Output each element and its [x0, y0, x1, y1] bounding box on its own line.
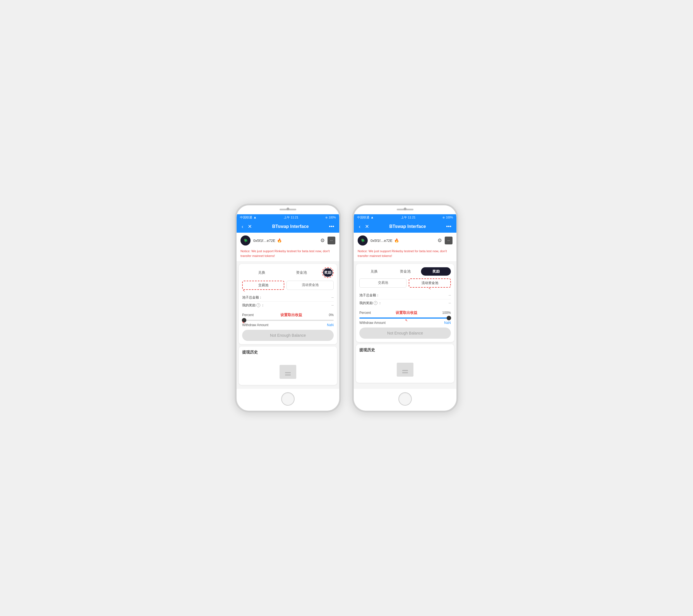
status-left-left: 中国联通 ▲ [240, 215, 257, 220]
set-label-right: 设置取出收益 [396, 310, 417, 315]
app-logo-left: 🪲 [240, 236, 251, 245]
menu-icon-left[interactable]: ··· [328, 237, 335, 244]
my-reward-value-right: -- [449, 301, 451, 305]
battery-pct-left: 100% [329, 216, 336, 219]
status-bar-right: 中国联通 ▲ 上午 11:21 ⊛ 100% [354, 214, 456, 220]
app-address-left: 0x5f1f…e72E 🔥 [253, 238, 317, 243]
camera-left [286, 207, 289, 210]
slider-thumb-right[interactable] [447, 316, 451, 320]
sub-tab-liquidity-right[interactable]: 流动资金池 [409, 278, 451, 287]
tab-swap-left[interactable]: 兑换 [242, 269, 281, 277]
phone-top-right [354, 205, 456, 214]
percent-label-right: Percent [359, 311, 371, 315]
my-reward-label-right: 我的奖励 ? ： [359, 301, 382, 305]
wifi-icon-left: ▲ [253, 215, 257, 219]
withdraw-value-right: NaN [444, 321, 451, 325]
percent-value-right: 100% [442, 311, 451, 315]
time-left: 上午 11:21 [284, 215, 298, 220]
history-empty-right [359, 357, 451, 379]
app-header-right: 🪲 0x5f1f…e72E 🔥 ⚙ ··· [354, 233, 456, 247]
pool-total-row-left: 池子总金额： -- [242, 294, 334, 302]
pool-total-row-right: 池子总金额： -- [359, 292, 451, 299]
balance-button-right[interactable]: Not Enough Balance [359, 327, 451, 339]
gear-icon-right[interactable]: ⚙ [437, 237, 442, 243]
tab-pool-right[interactable]: 资金池 [390, 267, 420, 276]
fire-icon-left: 🔥 [277, 238, 282, 243]
sub-tab-liquidity-left[interactable]: 流动资金池 [286, 281, 334, 290]
tab-pool-left[interactable]: 资金池 [282, 269, 321, 277]
app-content-right: 🪲 0x5f1f…e72E 🔥 ⚙ ··· Notice: We just su… [354, 233, 456, 389]
nav-left-right[interactable]: ‹ ✕ [358, 223, 370, 230]
pool-total-value-right: -- [449, 293, 451, 297]
home-button-left[interactable] [281, 392, 295, 406]
sub-tab-exchange-right[interactable]: 交易池 [359, 278, 407, 287]
sub-tab-exchange-wrapper-left: 交易池 ↖ [242, 281, 284, 290]
address-text-left: 0x5f1f…e72E [253, 239, 275, 243]
sub-tab-liquidity-wrapper-right: 流动资金池 ↖ [409, 278, 451, 287]
arrow-icon-left: ↖ [242, 321, 245, 324]
colon-right: ： [378, 301, 382, 305]
percent-section-left: Percent 设置取出收益 0% ↖ Withdra [242, 313, 334, 341]
nav-left-left[interactable]: ‹ ✕ [240, 223, 253, 230]
info-section-right: 池子总金额： -- 我的奖励 ? ： -- [359, 292, 451, 307]
percent-section-right: Percent 设置取出收益 100% ↖ Withd [359, 310, 451, 339]
more-button-left[interactable]: ••• [328, 223, 335, 230]
back-button-left[interactable]: ‹ [240, 223, 244, 230]
nav-bar-left: ‹ ✕ BTswap Interface ••• [237, 220, 339, 233]
history-title-right: 提现历史 [359, 347, 451, 353]
tab-reward-right[interactable]: 奖励 [421, 267, 451, 276]
time-right: 上午 11:21 [401, 215, 416, 220]
more-button-right[interactable]: ••• [445, 223, 453, 230]
battery-pct-right: 100% [446, 216, 453, 219]
phone-top-left [237, 205, 339, 214]
logo-text-left: 🪲 [243, 238, 248, 243]
gear-icon-left[interactable]: ⚙ [320, 237, 325, 243]
status-left-right: 中国联通 ▲ [357, 215, 374, 220]
home-button-right[interactable] [398, 392, 412, 406]
my-reward-text-right: 我的奖励 [359, 301, 373, 305]
sub-tab-exchange-left[interactable]: 交易池 [242, 281, 284, 290]
tab-swap-right[interactable]: 兑换 [359, 267, 389, 276]
slider-track-left [242, 320, 334, 321]
close-button-left[interactable]: ✕ [246, 223, 253, 230]
sub-tabs-right: 交易池 流动资金池 ↖ [359, 278, 451, 287]
sub-tabs-left: 交易池 ↖ 流动资金池 [242, 281, 334, 290]
my-reward-value-left: -- [332, 303, 334, 307]
balance-button-left[interactable]: Not Enough Balance [242, 330, 334, 341]
help-icon-left[interactable]: ? [256, 303, 260, 307]
nav-bar-right: ‹ ✕ BTswap Interface ••• [354, 220, 456, 233]
menu-icon-right[interactable]: ··· [445, 237, 453, 244]
info-section-left: 池子总金额： -- 我的奖励 ? ： -- [242, 294, 334, 309]
notice-bar-left: Notice: We just support Rinkeby testnet … [237, 247, 339, 262]
notice-text-left: Notice: We just support Rinkeby testnet … [240, 249, 335, 259]
set-label-left: 设置取出收益 [280, 313, 302, 317]
phone-left: 中国联通 ▲ 上午 11:21 ⊛ 100% ‹ ✕ BTswap Interf… [235, 204, 341, 412]
percent-label-left: Percent [242, 313, 254, 317]
history-empty-left [242, 359, 334, 382]
phones-container: 中国联通 ▲ 上午 11:21 ⊛ 100% ‹ ✕ BTswap Interf… [235, 204, 458, 412]
pool-total-value-left: -- [332, 295, 334, 299]
status-right-left: ⊛ 100% [325, 216, 336, 219]
colon-left: ： [261, 303, 264, 308]
carrier-left: 中国联通 [240, 215, 252, 220]
tab-reward-left[interactable]: 奖励 [323, 269, 333, 277]
help-icon-right[interactable]: ? [374, 301, 377, 305]
my-reward-row-right: 我的奖励 ? ： -- [359, 299, 451, 307]
empty-icon-right [397, 363, 413, 377]
wifi-icon-right: ▲ [371, 215, 374, 219]
arrow-right-annotation: ↖ [429, 287, 431, 291]
camera-right [404, 207, 407, 210]
arrow-left-annotation: ↖ [243, 289, 245, 293]
my-reward-label-left: 我的奖励 ? ： [242, 303, 264, 308]
main-card-right: 兑换 资金池 奖励 交易池 流动资金池 ↖ 池子总金额： -- [356, 264, 454, 342]
nav-title-right: BTswap Interface [370, 224, 445, 229]
percent-header-right: Percent 设置取出收益 100% [359, 310, 451, 315]
address-text-right: 0x5f1f…e72E [371, 239, 393, 243]
pool-total-label-right: 池子总金额： [359, 293, 379, 298]
withdraw-value-left: NaN [327, 323, 334, 327]
close-button-right[interactable]: ✕ [364, 223, 370, 230]
app-logo-right: 🪲 [358, 236, 368, 245]
my-reward-row-left: 我的奖励 ? ： -- [242, 302, 334, 309]
empty-icon-left [280, 365, 296, 379]
back-button-right[interactable]: ‹ [358, 223, 361, 230]
